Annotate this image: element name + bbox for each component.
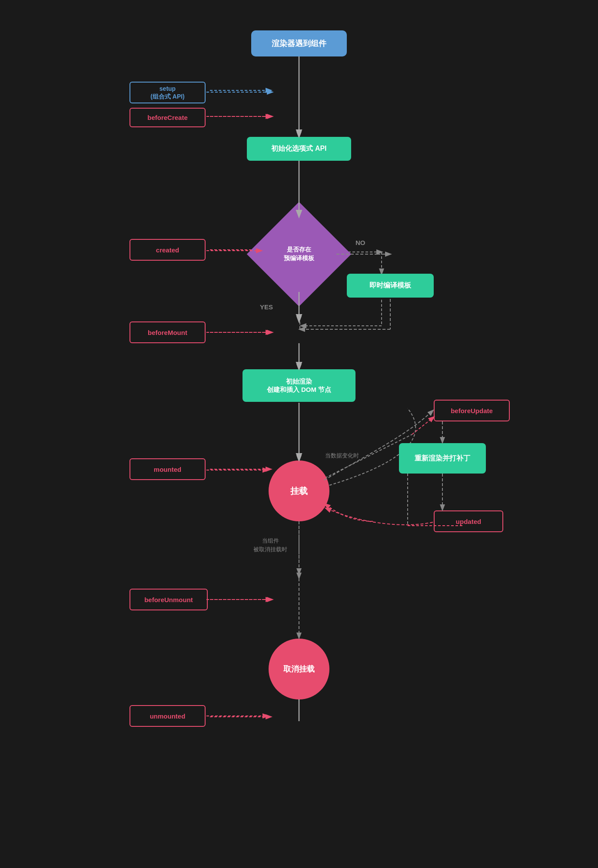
before-update-hook-node: beforeUpdate — [434, 400, 510, 421]
yes-label: YES — [260, 303, 273, 311]
svg-line-20 — [412, 417, 434, 434]
before-create-hook-node: beforeCreate — [130, 108, 206, 127]
data-change-label: 当数据变化时 — [325, 452, 359, 460]
mounted-hook-node: mounted — [130, 458, 206, 480]
unmounted-hook-node: unmounted — [130, 705, 206, 727]
init-options-api-node: 初始化选项式 API — [247, 137, 351, 161]
before-mount-hook-node: beforeMount — [130, 321, 206, 343]
initial-render-node: 初始渲染创建和插入 DOM 节点 — [243, 369, 355, 402]
component-unmount-label: 当组件 被取消挂载时 — [253, 537, 287, 553]
instant-compile-node: 即时编译模板 — [347, 274, 434, 298]
updated-hook-node: updated — [434, 510, 503, 532]
setup-hook-node: setup (组合式 API) — [130, 82, 206, 103]
precompiled-check-node: 是否存在预编译模板 — [247, 202, 351, 306]
no-label: NO — [355, 239, 365, 246]
mounted-circle-node: 挂载 — [269, 461, 329, 521]
before-unmount-hook-node: beforeUnmount — [130, 589, 208, 610]
created-hook-node: created — [130, 239, 206, 261]
re-render-node: 重新渲染并打补丁 — [399, 443, 486, 474]
lifecycle-diagram: 渲染器遇到组件 setup (组合式 API) beforeCreate 初始化… — [103, 17, 495, 851]
unmount-circle-node: 取消挂载 — [269, 639, 329, 699]
renderer-meets-component-node: 渲染器遇到组件 — [251, 30, 347, 56]
